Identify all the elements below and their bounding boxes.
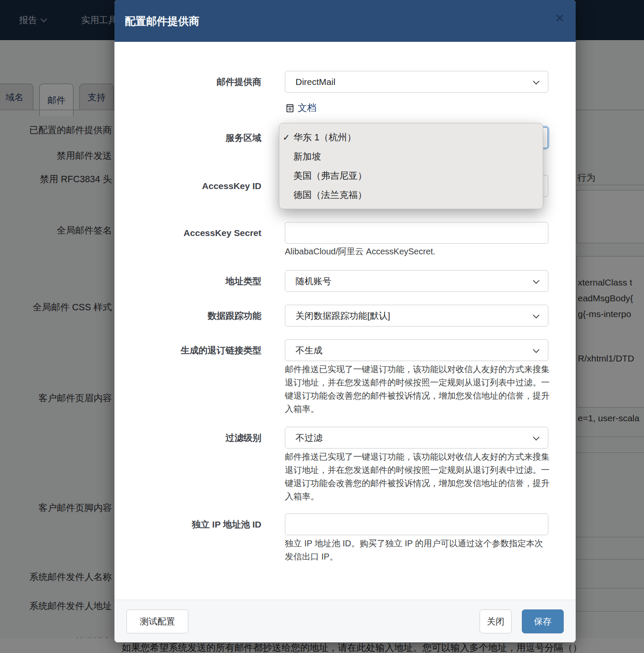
tracking-label: 数据跟踪功能 — [125, 305, 261, 326]
unsubscribe-select-value: 不生成 — [296, 344, 322, 356]
region-option-hangzhou[interactable]: ✓ 华东 1（杭州） — [279, 128, 543, 147]
address-type-select[interactable]: 随机账号 — [285, 270, 548, 292]
region-option-germany-frankfurt[interactable]: 德国（法兰克福） — [279, 185, 543, 204]
screen: 报告 实用工具 域名 邮件 支持 已配置的邮件提供商 禁用邮件发送 禁用 RFC… — [0, 0, 644, 653]
region-option-us-virginia[interactable]: 美国（弗吉尼亚） — [279, 166, 543, 185]
access-key-secret-hint: AlibabaCloud/阿里云 AccessKeySecret. — [285, 245, 550, 258]
field-row-unsubscribe: 生成的退订链接类型 不生成 — [125, 339, 565, 361]
ip-pool-input[interactable] — [285, 513, 548, 535]
filter-level-select-value: 不过滤 — [296, 432, 322, 444]
region-option-label: 新加坡 — [293, 150, 321, 163]
address-type-select-value: 随机账号 — [296, 275, 331, 287]
field-row-ip-pool: 独立 IP 地址池 ID — [125, 513, 565, 535]
address-type-label: 地址类型 — [125, 270, 261, 292]
chevron-down-icon — [533, 347, 540, 353]
close-icon[interactable]: ✕ — [555, 13, 565, 24]
access-key-id-label: AccessKey ID — [125, 175, 261, 197]
dialog-title: 配置邮件提供商 — [125, 14, 199, 28]
region-option-label: 德国（法兰克福） — [293, 189, 367, 201]
close-button[interactable]: 关闭 — [480, 609, 512, 633]
field-row-access-key-secret: AccessKey Secret — [125, 222, 565, 244]
field-row-address-type: 地址类型 随机账号 — [125, 270, 565, 292]
access-key-secret-label: AccessKey Secret — [125, 222, 261, 244]
region-label: 服务区域 — [125, 127, 261, 149]
region-option-label: 华东 1（杭州） — [293, 131, 356, 143]
documentation-link-label: 文档 — [298, 102, 316, 114]
ip-pool-label: 独立 IP 地址池 ID — [125, 513, 261, 535]
filter-level-label: 过滤级别 — [125, 427, 261, 449]
chevron-down-icon — [533, 434, 540, 441]
provider-select[interactable]: DirectMail — [285, 71, 548, 93]
tracking-select[interactable]: 关闭数据跟踪功能[默认] — [285, 305, 548, 326]
chevron-down-icon — [533, 312, 540, 319]
test-config-button[interactable]: 测试配置 — [126, 609, 188, 633]
checkmark-icon: ✓ — [279, 132, 293, 143]
tracking-select-value: 关闭数据跟踪功能[默认] — [296, 310, 390, 322]
region-dropdown-menu: ✓ 华东 1（杭州） 新加坡 美国（弗吉尼亚） 德国（法兰克福） — [279, 123, 543, 209]
dialog-header: 配置邮件提供商 ✕ — [114, 0, 576, 42]
provider-select-value: DirectMail — [296, 77, 335, 87]
provider-label: 邮件提供商 — [125, 71, 261, 93]
unsubscribe-select[interactable]: 不生成 — [285, 339, 548, 361]
region-option-label: 美国（弗吉尼亚） — [293, 169, 367, 182]
unsubscribe-hint: 邮件推送已实现了一键退订功能，该功能以对收信人友好的方式来搜集退订地址，并在您发… — [285, 363, 550, 416]
access-key-secret-input[interactable] — [285, 222, 548, 244]
field-row-tracking: 数据跟踪功能 关闭数据跟踪功能[默认] — [125, 305, 565, 326]
field-row-provider: 邮件提供商 DirectMail — [125, 71, 565, 93]
save-button[interactable]: 保存 — [522, 609, 564, 633]
chevron-down-icon — [533, 78, 540, 85]
region-option-singapore[interactable]: 新加坡 — [279, 147, 543, 166]
unsubscribe-label: 生成的退订链接类型 — [125, 339, 261, 361]
documentation-link[interactable]: 文档 — [285, 102, 316, 114]
filter-level-hint: 邮件推送已实现了一键退订功能，该功能以对收信人友好的方式来搜集退订地址，并在您发… — [285, 450, 550, 503]
ip-pool-hint: 独立 IP 地址池 ID。购买了独立 IP 的用户可以通过这个参数指定本次发信出… — [285, 537, 550, 563]
chevron-down-icon — [533, 277, 540, 284]
configure-mail-provider-dialog: 配置邮件提供商 ✕ 邮件提供商 DirectMail 文档 — [114, 0, 576, 642]
book-icon — [285, 103, 295, 113]
filter-level-select[interactable]: 不过滤 — [285, 427, 548, 449]
dialog-footer: 测试配置 关闭 保存 — [114, 600, 576, 642]
field-row-filter-level: 过滤级别 不过滤 — [125, 427, 565, 449]
